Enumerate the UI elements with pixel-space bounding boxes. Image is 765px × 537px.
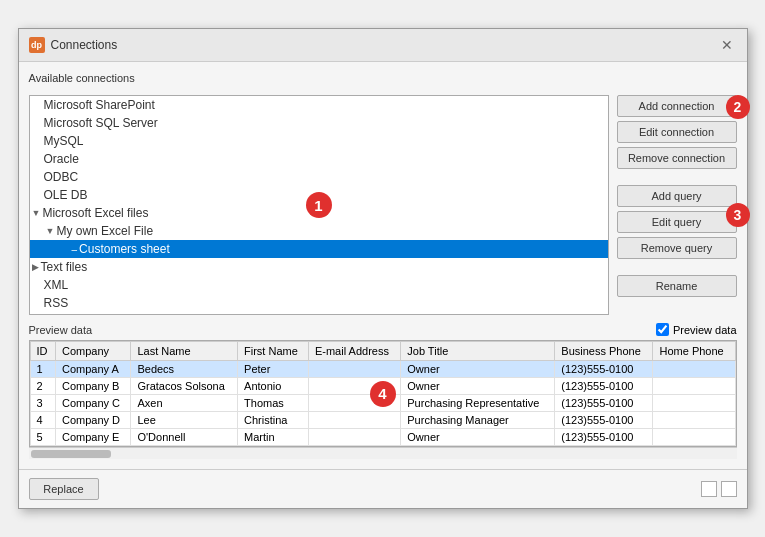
tree-item-sqlserver[interactable]: Microsoft SQL Server	[30, 114, 608, 132]
col-lastname: Last Name	[131, 342, 238, 361]
rename-button[interactable]: Rename	[617, 275, 737, 297]
cell	[653, 429, 735, 446]
cell: (123)555-0100	[555, 429, 653, 446]
preview-checkbox-label[interactable]: Preview data	[673, 324, 737, 336]
cell: Christina	[238, 412, 309, 429]
tree-item-xml[interactable]: XML	[30, 276, 608, 294]
horizontal-scrollbar[interactable]	[29, 447, 737, 459]
bottom-right	[701, 481, 737, 497]
add-connection-button[interactable]: Add connection	[617, 95, 737, 117]
col-id: ID	[30, 342, 55, 361]
col-email: E-mail Address	[308, 342, 400, 361]
bottom-bar: Replace	[19, 469, 747, 508]
app-icon: dp	[29, 37, 45, 53]
tree-label-sqlserver: Microsoft SQL Server	[30, 116, 158, 130]
preview-table-container[interactable]: 4 ID Company Last Name First Name E-mail…	[29, 340, 737, 447]
cell	[653, 378, 735, 395]
remove-query-button[interactable]: Remove query	[617, 237, 737, 259]
cell: Bedecs	[131, 361, 238, 378]
cell: 4	[30, 412, 55, 429]
cell: Martin	[238, 429, 309, 446]
cell: 3	[30, 395, 55, 412]
preview-checkbox-area: Preview data	[656, 323, 737, 336]
tree-label-customers: Customers sheet	[79, 242, 170, 256]
cell: 1	[30, 361, 55, 378]
cell	[653, 412, 735, 429]
tree-item-text[interactable]: ▶ Text files	[30, 258, 608, 276]
tree-label-xml: XML	[30, 278, 69, 292]
tree-item-sharepoint[interactable]: Microsoft SharePoint	[30, 96, 608, 114]
preview-header: Preview data Preview data	[29, 323, 737, 336]
cell: (123)555-0100	[555, 412, 653, 429]
tree-item-customers[interactable]: – Customers sheet	[30, 240, 608, 258]
table-row[interactable]: 1 Company A Bedecs Peter Owner (123)555-…	[30, 361, 735, 378]
preview-section-label: Preview data	[29, 324, 93, 336]
tree-item-myexcel[interactable]: ▼ My own Excel File	[30, 222, 608, 240]
tree-label-oracle: Oracle	[30, 152, 79, 166]
cell	[308, 412, 400, 429]
add-query-button[interactable]: Add query	[617, 185, 737, 207]
replace-button[interactable]: Replace	[29, 478, 99, 500]
tree-item-odbc[interactable]: ODBC	[30, 168, 608, 186]
tree-label-oledb: OLE DB	[30, 188, 88, 202]
col-homephone: Home Phone	[653, 342, 735, 361]
cell	[308, 378, 400, 395]
dash-icon: –	[30, 244, 78, 255]
remove-connection-button[interactable]: Remove connection	[617, 147, 737, 169]
table-row[interactable]: 2 Company B Gratacos Solsona Antonio Own…	[30, 378, 735, 395]
cell	[308, 429, 400, 446]
cell: (123)555-0100	[555, 361, 653, 378]
cell: Gratacos Solsona	[131, 378, 238, 395]
cell: Purchasing Manager	[401, 412, 555, 429]
expand-icon-excel: ▼	[30, 208, 41, 218]
small-icon-1	[701, 481, 717, 497]
preview-table: ID Company Last Name First Name E-mail A…	[30, 341, 736, 446]
col-bizphone: Business Phone	[555, 342, 653, 361]
table-row[interactable]: 5 Company E O'Donnell Martin Owner (123)…	[30, 429, 735, 446]
badge-2: 2	[726, 95, 750, 119]
tree-label-twitter: Twitter	[30, 314, 79, 315]
cell	[653, 361, 735, 378]
tree-item-rss[interactable]: RSS	[30, 294, 608, 312]
cell: Company B	[55, 378, 130, 395]
cell	[308, 361, 400, 378]
connections-dialog: dp Connections ✕ Available connections 1…	[18, 28, 748, 509]
tree-item-twitter[interactable]: Twitter	[30, 312, 608, 315]
tree-label-sharepoint: Microsoft SharePoint	[30, 98, 155, 112]
tree-label-excel: Microsoft Excel files	[42, 206, 148, 220]
cell: (123)555-0100	[555, 395, 653, 412]
cell	[653, 395, 735, 412]
edit-connection-button[interactable]: Edit connection	[617, 121, 737, 143]
table-row[interactable]: 3 Company C Axen Thomas Purchasing Repre…	[30, 395, 735, 412]
table-header-row: ID Company Last Name First Name E-mail A…	[30, 342, 735, 361]
cell: Purchasing Representative	[401, 395, 555, 412]
available-connections-label: Available connections	[29, 72, 737, 84]
cell: Owner	[401, 429, 555, 446]
title-bar: dp Connections ✕	[19, 29, 747, 62]
connections-tree[interactable]: 1 Microsoft SharePoint Microsoft SQL Ser…	[29, 95, 609, 315]
tree-label-mysql: MySQL	[30, 134, 84, 148]
expand-icon-myexcel: ▼	[30, 226, 55, 236]
tree-label-myexcel: My own Excel File	[56, 224, 153, 238]
tree-item-mysql[interactable]: MySQL	[30, 132, 608, 150]
tree-item-oracle[interactable]: Oracle	[30, 150, 608, 168]
title-bar-left: dp Connections	[29, 37, 118, 53]
cell	[308, 395, 400, 412]
table-row[interactable]: 4 Company D Lee Christina Purchasing Man…	[30, 412, 735, 429]
cell: (123)555-0100	[555, 378, 653, 395]
badge-3: 3	[726, 203, 750, 227]
tree-item-oledb[interactable]: OLE DB	[30, 186, 608, 204]
cell: Owner	[401, 378, 555, 395]
cell: Thomas	[238, 395, 309, 412]
preview-checkbox[interactable]	[656, 323, 669, 336]
edit-query-button[interactable]: Edit query	[617, 211, 737, 233]
col-jobtitle: Job Title	[401, 342, 555, 361]
close-button[interactable]: ✕	[717, 35, 737, 55]
cell: Company E	[55, 429, 130, 446]
cell: Company D	[55, 412, 130, 429]
expand-icon-text: ▶	[30, 262, 39, 272]
cell: Company A	[55, 361, 130, 378]
tree-item-excel[interactable]: ▼ Microsoft Excel files	[30, 204, 608, 222]
scrollbar-thumb[interactable]	[31, 450, 111, 458]
buttons-panel: 2 Add connection Edit connection Remove …	[617, 95, 737, 315]
